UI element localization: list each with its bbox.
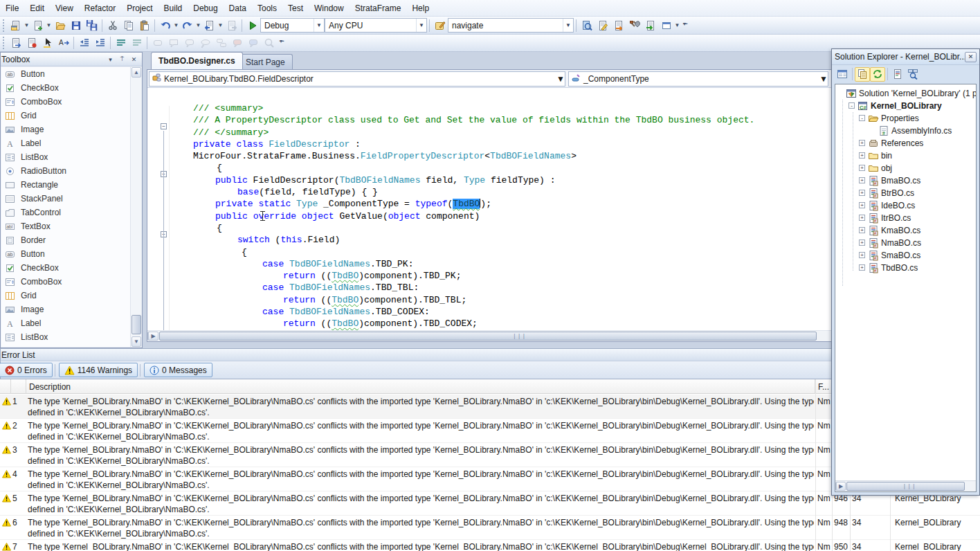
expand-icon[interactable]: +	[859, 202, 865, 208]
class-diagram-button[interactable]	[905, 67, 920, 82]
zoom-gray-button[interactable]	[261, 35, 277, 51]
error-list-row[interactable]: 7The type 'Kernel_BOLibrary.NmaBO' in 'C…	[0, 540, 980, 551]
comment-button[interactable]	[113, 35, 129, 51]
start-debugging-button[interactable]	[244, 18, 260, 33]
new-window-button[interactable]	[658, 18, 674, 33]
copy-button[interactable]	[120, 18, 136, 33]
navigate-backward-button[interactable]	[201, 18, 217, 33]
new-project-button[interactable]	[8, 18, 24, 33]
members-dropdown[interactable]: _ComponentType ▼	[568, 71, 828, 87]
chevron-down-icon[interactable]: ▼	[314, 19, 324, 32]
solution-explorer-horizontal-scrollbar[interactable]: ◀ ❘❘❘ ▶	[835, 480, 976, 491]
chevron-down-icon[interactable]: ▼	[674, 18, 680, 33]
scroll-thumb[interactable]	[131, 315, 141, 334]
toolbox-item-radiobutton[interactable]: RadioButton	[1, 344, 130, 347]
menu-item-strataframe[interactable]: StrataFrame	[350, 1, 407, 16]
toolbox-item-button[interactable]: abButton	[1, 247, 130, 261]
messages-filter-button[interactable]: 0 Messages	[144, 363, 212, 377]
tab-tbdbo-designer[interactable]: TbdBO.Designer.cs	[151, 52, 243, 69]
tree-node-bin[interactable]: +bin	[835, 150, 976, 162]
expand-icon[interactable]: +	[859, 240, 865, 246]
shape-rounded-button[interactable]	[149, 35, 165, 51]
save-button[interactable]	[68, 18, 84, 33]
callout-rect-button[interactable]	[165, 35, 181, 51]
decrease-indent-button[interactable]	[76, 35, 92, 51]
navigate-combo-button[interactable]	[432, 18, 448, 33]
platform-dropdown[interactable]: Any CPU▼	[325, 18, 427, 33]
properties-window-button[interactable]	[835, 67, 850, 82]
expand-icon[interactable]: +	[859, 152, 865, 159]
menu-item-window[interactable]: Window	[309, 1, 350, 16]
doc-forward-button[interactable]	[8, 35, 24, 51]
chevron-down-icon[interactable]: ▼	[563, 19, 573, 32]
tree-node-itrbo-cs[interactable]: +#ItrBO.cs	[835, 212, 976, 224]
errors-filter-button[interactable]: 0 Errors	[0, 363, 53, 377]
scroll-right-icon[interactable]: ▶	[836, 482, 846, 491]
column-header-description[interactable]: Description	[26, 379, 815, 394]
tree-node-smabo-cs[interactable]: +#SmaBO.cs	[835, 249, 976, 262]
refresh-imports-button[interactable]	[610, 18, 626, 33]
add-item-button[interactable]	[30, 18, 46, 33]
text-case-button[interactable]: A	[55, 35, 71, 51]
menu-item-refactor[interactable]: Refactor	[79, 1, 121, 16]
menu-item-tools[interactable]: Tools	[252, 1, 282, 16]
navigate-forward-button[interactable]	[224, 18, 239, 33]
menu-item-data[interactable]: Data	[224, 1, 252, 16]
toolbox-item-button[interactable]: abButton	[1, 67, 130, 81]
chevron-down-icon[interactable]: ▼	[556, 74, 565, 84]
tree-node-tbdbo-cs[interactable]: +#TbdBO.cs	[835, 262, 976, 274]
warnings-filter-button[interactable]: 1146 Warnings	[59, 363, 138, 377]
menu-item-view[interactable]: View	[50, 1, 79, 16]
collapse-icon[interactable]: -	[859, 115, 865, 121]
outlining-margin[interactable]: −−−	[158, 106, 170, 332]
code-area[interactable]: −−− /// <summary>/// A PropertyDescripto…	[147, 88, 831, 332]
tree-node-obj[interactable]: +obj	[835, 162, 976, 174]
expand-icon[interactable]: +	[859, 190, 865, 196]
close-icon[interactable]: ✕	[965, 52, 977, 62]
uncomment-button[interactable]	[129, 35, 145, 51]
open-file-button[interactable]	[52, 18, 68, 33]
callout-cloud-button[interactable]	[197, 35, 213, 51]
expand-icon[interactable]: +	[859, 227, 865, 233]
toolbox-item-checkbox[interactable]: CheckBox	[1, 261, 130, 275]
expand-icon[interactable]: +	[859, 177, 865, 183]
types-dropdown[interactable]: Kernel_BOLibary.TbdBO.FieldDescriptor ▼	[149, 71, 565, 87]
toolbox-item-image[interactable]: Image	[1, 123, 130, 136]
tree-node-nmabo-cs[interactable]: +#NmaBO.cs	[835, 237, 976, 249]
menu-item-test[interactable]: Test	[282, 1, 309, 16]
navigate-search-combo[interactable]: navigate▼	[448, 18, 574, 33]
toolbar-grip[interactable]	[2, 37, 6, 49]
toolbox-item-listbox[interactable]: ListBox	[1, 150, 130, 164]
scroll-right-icon[interactable]: ▶	[148, 332, 158, 341]
menu-item-file[interactable]: File	[0, 1, 24, 16]
error-list-row[interactable]: 6The type 'Kernel_BOLibrary.NmaBO' in 'C…	[0, 516, 980, 540]
toolbox-item-grid[interactable]: Grid	[1, 109, 130, 123]
toolbox-item-combobox[interactable]: ComboBox	[1, 275, 130, 289]
refresh-button[interactable]	[870, 67, 885, 82]
solution-explorer-title-bar[interactable]: Solution Explorer - Kernel_BOLibr... ✕	[832, 49, 979, 65]
menu-item-build[interactable]: Build	[158, 1, 188, 16]
go-to-definition-button[interactable]	[642, 18, 658, 33]
toolbox-item-grid[interactable]: Grid	[1, 289, 130, 302]
expand-icon[interactable]: +	[859, 140, 865, 146]
toolbox-item-label[interactable]: ALabel	[1, 136, 130, 150]
tree-node-references[interactable]: +References	[835, 137, 976, 150]
chevron-down-icon[interactable]: ▼	[217, 18, 224, 33]
cursor-select-button[interactable]	[39, 35, 55, 51]
menu-item-project[interactable]: Project	[121, 1, 158, 16]
chevron-down-icon[interactable]: ▾	[105, 55, 116, 64]
cut-button[interactable]	[105, 18, 120, 33]
scroll-down-icon[interactable]: ▼	[131, 336, 141, 347]
menu-item-help[interactable]: Help	[406, 1, 435, 16]
chevron-down-icon[interactable]: ▼	[416, 19, 426, 32]
toolbar-overflow-icon[interactable]: ▾▔	[680, 18, 690, 33]
toolbox-title-bar[interactable]: Toolbox ▾ ⍑ ✕	[1, 53, 142, 66]
toolbox-item-rectangle[interactable]: Rectangle	[1, 178, 130, 192]
tree-node-properties[interactable]: -Properties	[835, 112, 976, 125]
expand-icon[interactable]: +	[859, 165, 865, 171]
tools-options-button[interactable]	[626, 18, 642, 33]
toolbox-item-tabcontrol[interactable]: TabControl	[1, 206, 130, 219]
chevron-down-icon[interactable]: ▼	[195, 18, 201, 33]
tree-node-kmabo-cs[interactable]: +#KmaBO.cs	[835, 224, 976, 237]
toolbox-item-border[interactable]: Border	[1, 233, 130, 247]
